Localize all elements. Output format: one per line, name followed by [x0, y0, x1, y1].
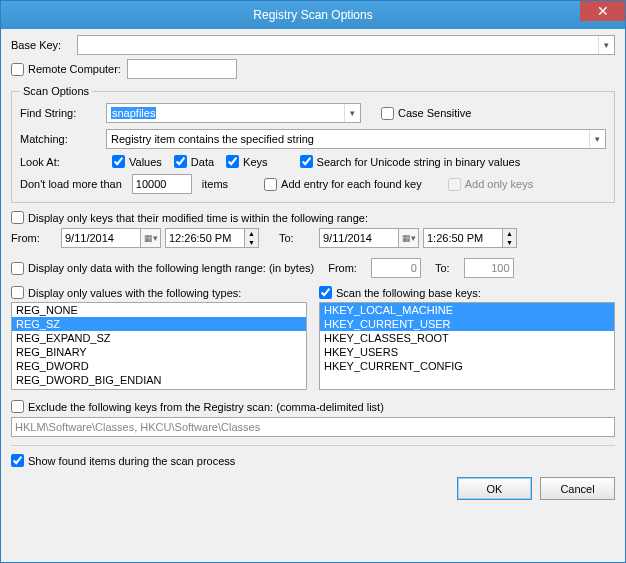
list-item[interactable]: HKEY_LOCAL_MACHINE [320, 303, 614, 317]
list-item[interactable]: HKEY_CURRENT_USER [320, 317, 614, 331]
to-label: To: [279, 232, 309, 244]
remote-row: Remote Computer: [11, 59, 615, 79]
dont-load-suffix: items [202, 178, 228, 190]
remote-checkbox-input[interactable] [11, 63, 24, 76]
base-keys-checkbox[interactable]: Scan the following base keys: [319, 286, 615, 299]
window-title: Registry Scan Options [253, 8, 372, 22]
find-string-label: Find String: [20, 107, 100, 119]
list-item[interactable]: HKEY_CLASSES_ROOT [320, 331, 614, 345]
value-types-label: Display only values with the following t… [28, 287, 241, 299]
cancel-button[interactable]: Cancel [540, 477, 615, 500]
base-keys-label: Scan the following base keys: [336, 287, 481, 299]
time-range-label: Display only keys that their modified ti… [28, 212, 368, 224]
time-range-checkbox[interactable]: Display only keys that their modified ti… [11, 211, 615, 224]
case-sensitive-checkbox[interactable]: Case Sensitive [381, 107, 471, 120]
base-keys-listbox[interactable]: HKEY_LOCAL_MACHINEHKEY_CURRENT_USERHKEY_… [319, 302, 615, 390]
values-checkbox[interactable]: Values [112, 155, 162, 168]
to-date-picker[interactable]: ▦▾ ▲▼ [319, 228, 517, 248]
length-to-label: To: [435, 262, 450, 274]
chevron-down-icon: ▾ [598, 36, 614, 54]
chevron-down-icon: ▾ [344, 104, 360, 122]
remote-checkbox[interactable]: Remote Computer: [11, 63, 121, 76]
ok-button[interactable]: OK [457, 477, 532, 500]
length-from-input[interactable] [371, 258, 421, 278]
time-spinner[interactable]: ▲▼ [503, 228, 517, 248]
dialog-body: Base Key: ▾ Remote Computer: Scan Option… [1, 29, 625, 562]
from-date-picker[interactable]: ▦▾ ▲▼ [61, 228, 259, 248]
calendar-icon[interactable]: ▦▾ [141, 228, 161, 248]
scan-options-group: Scan Options Find String: snapfiles ▾ Ca… [11, 85, 615, 203]
dialog-window: Registry Scan Options ✕ Base Key: ▾ Remo… [0, 0, 626, 563]
button-row: OK Cancel [11, 471, 615, 500]
length-from-label: From: [328, 262, 357, 274]
dont-load-input[interactable] [132, 174, 192, 194]
value-types-listbox[interactable]: REG_NONEREG_SZREG_EXPAND_SZREG_BINARYREG… [11, 302, 307, 390]
keys-checkbox[interactable]: Keys [226, 155, 267, 168]
list-item[interactable]: REG_DWORD_BIG_ENDIAN [12, 373, 306, 387]
remote-label: Remote Computer: [28, 63, 121, 75]
list-item[interactable]: HKEY_CURRENT_CONFIG [320, 359, 614, 373]
exclude-label: Exclude the following keys from the Regi… [28, 401, 384, 413]
scan-options-legend: Scan Options [20, 85, 92, 97]
list-item[interactable]: REG_EXPAND_SZ [12, 331, 306, 345]
case-sensitive-input[interactable] [381, 107, 394, 120]
value-types-checkbox[interactable]: Display only values with the following t… [11, 286, 307, 299]
list-item[interactable]: REG_NONE [12, 303, 306, 317]
dont-load-prefix: Don't load more than [20, 178, 122, 190]
base-key-combo[interactable]: ▾ [77, 35, 615, 55]
add-only-keys-checkbox: Add only keys [448, 178, 533, 191]
exclude-checkbox[interactable]: Exclude the following keys from the Regi… [11, 400, 615, 413]
chevron-down-icon: ▾ [589, 130, 605, 148]
base-key-label: Base Key: [11, 39, 71, 51]
close-icon: ✕ [597, 3, 609, 19]
length-range-checkbox[interactable]: Display only data with the following len… [11, 262, 314, 275]
matching-combo[interactable]: Registry item contains the specified str… [106, 129, 606, 149]
time-spinner[interactable]: ▲▼ [245, 228, 259, 248]
titlebar: Registry Scan Options ✕ [1, 1, 625, 29]
unicode-checkbox[interactable]: Search for Unicode string in binary valu… [300, 155, 521, 168]
calendar-icon[interactable]: ▦▾ [399, 228, 419, 248]
exclude-input[interactable] [11, 417, 615, 437]
divider [11, 445, 615, 446]
list-item[interactable]: HKEY_USERS [320, 345, 614, 359]
case-sensitive-label: Case Sensitive [398, 107, 471, 119]
add-entry-checkbox[interactable]: Add entry for each found key [264, 178, 422, 191]
show-found-checkbox[interactable]: Show found items during the scan process [11, 454, 615, 467]
base-key-row: Base Key: ▾ [11, 35, 615, 55]
find-string-combo[interactable]: snapfiles ▾ [106, 103, 361, 123]
length-to-input[interactable] [464, 258, 514, 278]
matching-value: Registry item contains the specified str… [107, 133, 589, 145]
list-item[interactable]: REG_BINARY [12, 345, 306, 359]
list-item[interactable]: REG_SZ [12, 317, 306, 331]
matching-label: Matching: [20, 133, 100, 145]
data-checkbox[interactable]: Data [174, 155, 214, 168]
show-found-label: Show found items during the scan process [28, 455, 235, 467]
list-item[interactable]: REG_DWORD [12, 359, 306, 373]
from-label: From: [11, 232, 51, 244]
remote-input[interactable] [127, 59, 237, 79]
find-string-value: snapfiles [107, 107, 344, 119]
close-button[interactable]: ✕ [580, 1, 625, 21]
length-range-label: Display only data with the following len… [28, 262, 314, 274]
look-at-label: Look At: [20, 156, 100, 168]
